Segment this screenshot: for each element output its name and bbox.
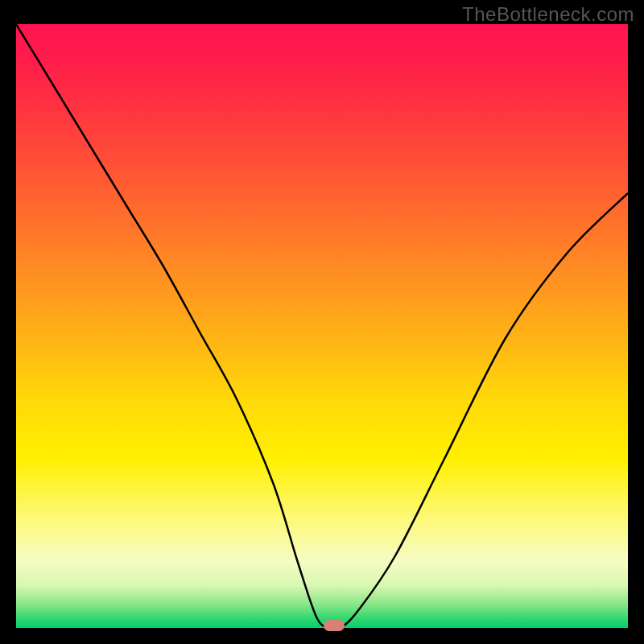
optimal-marker bbox=[324, 620, 345, 631]
curve-path bbox=[16, 24, 628, 628]
plot-area bbox=[16, 24, 628, 628]
chart-frame: TheBottleneck.com bbox=[0, 0, 644, 644]
bottleneck-curve bbox=[16, 24, 628, 628]
watermark-text: TheBottleneck.com bbox=[462, 3, 634, 26]
